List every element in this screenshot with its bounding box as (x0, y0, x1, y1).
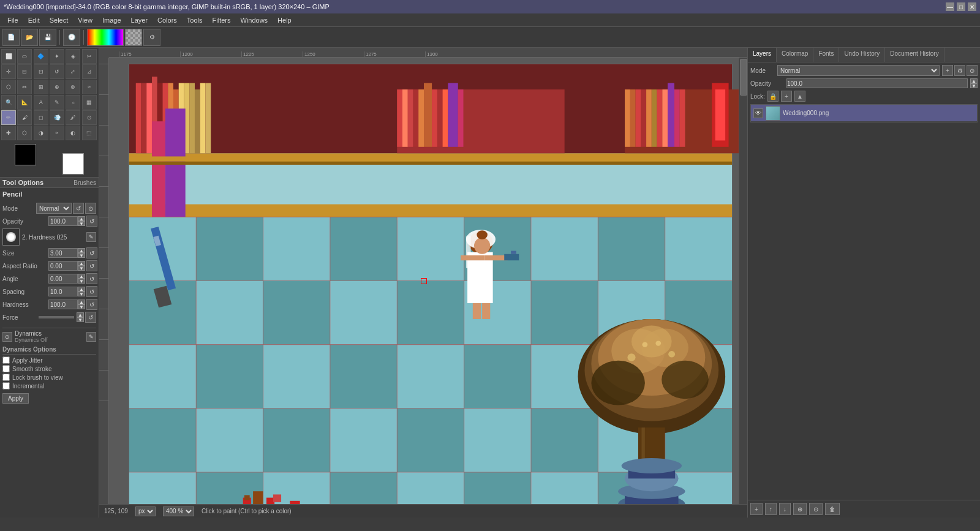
lock-pixels-button[interactable]: 🔒 (767, 91, 778, 102)
layers-opacity-input[interactable] (786, 78, 968, 88)
tool-by-color[interactable]: ◈ (66, 49, 80, 64)
tool-blend[interactable]: ▦ (82, 95, 97, 110)
tool-clone[interactable]: ⊙ (82, 110, 97, 125)
lock-position-button[interactable]: + (781, 91, 792, 102)
tool-flip[interactable]: ⇔ (17, 80, 32, 94)
tool-zoom[interactable]: 🔍 (1, 95, 16, 110)
minimize-button[interactable]: — (946, 2, 954, 11)
vertical-scrollbar[interactable] (739, 58, 747, 504)
tool-scale[interactable]: ⤢ (66, 64, 80, 79)
angle-reset[interactable]: ↺ (86, 273, 97, 284)
menu-layer[interactable]: Layer (126, 15, 153, 25)
tool-rotate[interactable]: ↺ (50, 64, 64, 79)
zoom-selector[interactable]: 400 % (163, 507, 194, 516)
brushes-link[interactable]: Brushes (74, 179, 96, 186)
lower-layer-button[interactable]: ↓ (779, 503, 791, 515)
apply-button[interactable]: Apply (2, 393, 29, 404)
menu-file[interactable]: File (2, 15, 23, 25)
tool-bucket[interactable]: ⬦ (66, 95, 80, 110)
tool-blur[interactable]: ◑ (34, 126, 48, 140)
tool-desat[interactable]: ⬚ (82, 126, 97, 140)
toolbar-extra[interactable]: ⚙ (143, 29, 160, 46)
aspect-spin[interactable]: ▲ ▼ (78, 261, 85, 271)
delete-layer-button[interactable]: 🗑 (825, 503, 840, 515)
mode-dropdown[interactable]: Normal (36, 203, 72, 214)
raise-layer-button[interactable]: ↑ (765, 503, 777, 515)
tool-airbrush[interactable]: 💨 (50, 110, 64, 125)
unit-selector[interactable]: px (135, 507, 156, 516)
tool-unified[interactable]: ⊕ (50, 80, 64, 94)
opacity-reset[interactable]: ↺ (86, 216, 97, 227)
tool-free-select[interactable]: 🔷 (34, 49, 48, 64)
tool-shear[interactable]: ⊿ (82, 64, 97, 79)
maximize-button[interactable]: □ (957, 2, 965, 11)
menu-image[interactable]: Image (97, 15, 126, 25)
tool-dodge[interactable]: ◐ (66, 126, 80, 140)
incremental-checkbox[interactable] (2, 382, 10, 390)
new-layer-button[interactable]: + (750, 503, 763, 515)
smooth-stroke-checkbox[interactable] (2, 365, 10, 372)
layers-opacity-spin[interactable]: ▲ ▼ (970, 78, 978, 88)
menu-colors[interactable]: Colors (153, 15, 182, 25)
tool-move[interactable]: ✛ (1, 64, 16, 79)
color-palette-preview[interactable] (87, 29, 124, 46)
titlebar-controls[interactable]: — □ ✕ (946, 2, 976, 11)
tool-crop[interactable]: ⊡ (34, 64, 48, 79)
toolbar-history[interactable]: 🕘 (63, 29, 80, 46)
background-color-swatch[interactable] (62, 153, 84, 175)
tab-fonts[interactable]: Fonts (813, 48, 839, 62)
brush-edit-button[interactable]: ✎ (86, 232, 96, 242)
hardness-reset[interactable]: ↺ (86, 299, 97, 310)
dynamics-edit-button[interactable]: ✎ (86, 332, 96, 342)
tool-handle[interactable]: ⊗ (66, 80, 80, 94)
menu-tools[interactable]: Tools (182, 15, 208, 25)
foreground-color-swatch[interactable] (15, 144, 36, 165)
mode-add-btn[interactable]: + (942, 65, 953, 76)
tool-ink[interactable]: 🖋 (66, 110, 80, 125)
tool-measure[interactable]: 📐 (17, 95, 32, 110)
size-input[interactable] (48, 248, 78, 258)
tool-ellipse-select[interactable]: ⬭ (17, 49, 32, 64)
layer-visibility-toggle-0[interactable]: 👁 (753, 108, 763, 118)
mode-btn1[interactable]: ↺ (73, 203, 84, 214)
aspect-ratio-input[interactable] (48, 261, 78, 271)
tool-paintbrush[interactable]: 🖌 (17, 110, 32, 125)
force-reset[interactable]: ↺ (85, 312, 96, 323)
angle-down[interactable]: ▼ (78, 279, 85, 284)
apply-jitter-checkbox[interactable] (2, 356, 10, 364)
opacity-down[interactable]: ▼ (78, 221, 85, 226)
tool-heal[interactable]: ✚ (1, 126, 16, 140)
spacing-spin[interactable]: ▲ ▼ (78, 287, 85, 296)
tab-layers[interactable]: Layers (748, 48, 777, 62)
toolbar-new[interactable]: 📄 (2, 29, 20, 46)
dynamics-icon[interactable]: ⊙ (2, 332, 12, 342)
size-spin[interactable]: ▲ ▼ (78, 248, 85, 258)
hardness-down[interactable]: ▼ (78, 304, 85, 309)
tool-scissors[interactable]: ✂ (82, 49, 97, 64)
menu-help[interactable]: Help (273, 15, 296, 25)
tab-document-history[interactable]: Document History (885, 48, 944, 62)
hardness-spin[interactable]: ▲ ▼ (78, 299, 85, 309)
size-reset[interactable]: ↺ (86, 247, 97, 258)
layers-opacity-down[interactable]: ▼ (970, 83, 978, 88)
size-down[interactable]: ▼ (78, 253, 85, 258)
tool-fuzzy-select[interactable]: ✦ (50, 49, 64, 64)
tool-gedit[interactable]: ✎ (50, 95, 64, 110)
mode-btn2[interactable]: ⊙ (85, 203, 96, 214)
aspect-reset[interactable]: ↺ (86, 260, 97, 271)
tool-pencil[interactable]: ✏ (1, 110, 16, 125)
menu-view[interactable]: View (73, 15, 97, 25)
anchor-layer-button[interactable]: ⊙ (809, 503, 823, 515)
tool-align[interactable]: ⊟ (17, 64, 32, 79)
angle-spin[interactable]: ▲ ▼ (78, 274, 85, 284)
opacity-spin[interactable]: ▲ ▼ (78, 216, 85, 226)
tool-rect-select[interactable]: ⬜ (1, 49, 16, 64)
tool-perspective[interactable]: ⬡ (1, 80, 16, 94)
toolbar-open[interactable]: 📂 (21, 29, 38, 46)
canvas-wrapper[interactable] (109, 58, 739, 504)
tool-persp-clone[interactable]: ⬡ (17, 126, 32, 140)
spacing-input[interactable] (48, 287, 78, 296)
duplicate-layer-button[interactable]: ⊕ (793, 503, 807, 515)
menu-windows[interactable]: Windows (235, 15, 273, 25)
opacity-input[interactable] (48, 216, 78, 226)
